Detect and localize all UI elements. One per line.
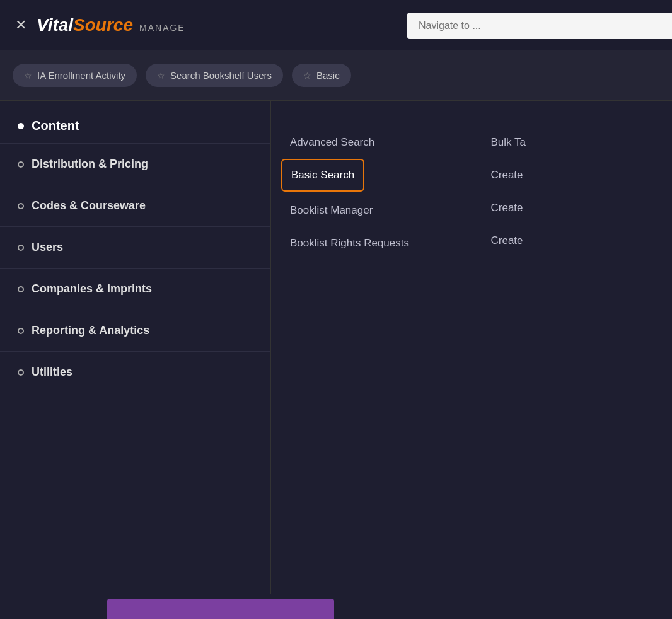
sidebar-label-reporting: Reporting & Analytics [32, 324, 149, 337]
right-panel: Advanced Search Basic Search Booklist Ma… [271, 101, 672, 619]
bookmark-basic-search[interactable]: ☆ Basic [292, 64, 351, 87]
sidebar-label-companies: Companies & Imprints [32, 282, 152, 296]
bookmarks-bar: ☆ IA Enrollment Activity ☆ Search Booksh… [0, 50, 672, 101]
menu-item-create3[interactable]: Create [491, 224, 654, 257]
bookmark-search-bookshelf[interactable]: ☆ Search Bookshelf Users [146, 64, 283, 87]
sidebar: Content Distribution & Pricing Codes & C… [0, 101, 271, 619]
bookmark-ia-enrollment[interactable]: ☆ IA Enrollment Activity [13, 64, 137, 87]
sidebar-item-companies-imprints[interactable]: Companies & Imprints [0, 268, 270, 310]
sidebar-label-codes: Codes & Courseware [32, 199, 146, 212]
menu-item-bulk-ta[interactable]: Bulk Ta [491, 126, 654, 159]
star-icon-basic: ☆ [303, 71, 311, 81]
sidebar-item-codes-courseware[interactable]: Codes & Courseware [0, 185, 270, 226]
menu-column-2: Bulk Ta Create Create Create [472, 113, 673, 606]
menu-item-booklist-manager[interactable]: Booklist Manager [290, 194, 453, 227]
dot-empty-icon-1 [18, 203, 24, 209]
menu-column-1: Advanced Search Basic Search Booklist Ma… [271, 113, 472, 606]
sidebar-label-distribution: Distribution & Pricing [32, 158, 148, 171]
sidebar-label-utilities: Utilities [32, 366, 72, 379]
dot-filled-icon [18, 123, 24, 129]
brand-logo: VitalSource MANAGE [37, 15, 185, 35]
sidebar-item-distribution-pricing[interactable]: Distribution & Pricing [0, 143, 270, 185]
dot-empty-icon-4 [18, 328, 24, 334]
close-button[interactable]: ✕ [15, 17, 26, 33]
sidebar-item-utilities[interactable]: Utilities [0, 351, 270, 393]
navigate-input[interactable] [407, 13, 672, 39]
bookmark-ia-label: IA Enrollment Activity [37, 70, 125, 81]
brand-manage: MANAGE [139, 23, 185, 33]
menu-item-create1[interactable]: Create [491, 159, 654, 192]
bookmark-basic-label: Basic [316, 70, 340, 81]
sidebar-item-users[interactable]: Users [0, 226, 270, 268]
menu-item-create2[interactable]: Create [491, 192, 654, 224]
menu-item-advanced-search[interactable]: Advanced Search [290, 126, 453, 159]
purple-tab[interactable] [107, 599, 334, 619]
main-content: Content Distribution & Pricing Codes & C… [0, 101, 672, 619]
sidebar-item-reporting-analytics[interactable]: Reporting & Analytics [0, 310, 270, 351]
star-icon-ia: ☆ [24, 71, 32, 81]
sidebar-section-label: Content [32, 119, 79, 133]
brand-vital: Vital [37, 15, 73, 35]
dot-empty-icon-3 [18, 286, 24, 292]
dot-empty-icon-2 [18, 245, 24, 251]
bookmark-bookshelf-label: Search Bookshelf Users [170, 70, 272, 81]
top-bar: ✕ VitalSource MANAGE [0, 0, 672, 50]
star-icon-bookshelf: ☆ [157, 71, 165, 81]
dot-empty-icon-5 [18, 369, 24, 376]
menu-item-basic-search[interactable]: Basic Search [281, 159, 364, 192]
navigate-input-wrap [407, 13, 672, 39]
brand-source: Source [73, 15, 133, 35]
sidebar-label-users: Users [32, 241, 63, 254]
bottom-bar [0, 594, 672, 619]
sidebar-header: Content [0, 101, 270, 143]
dot-empty-icon-0 [18, 161, 24, 168]
menu-item-booklist-rights[interactable]: Booklist Rights Requests [290, 227, 453, 260]
menu-columns: Advanced Search Basic Search Booklist Ma… [271, 101, 672, 619]
